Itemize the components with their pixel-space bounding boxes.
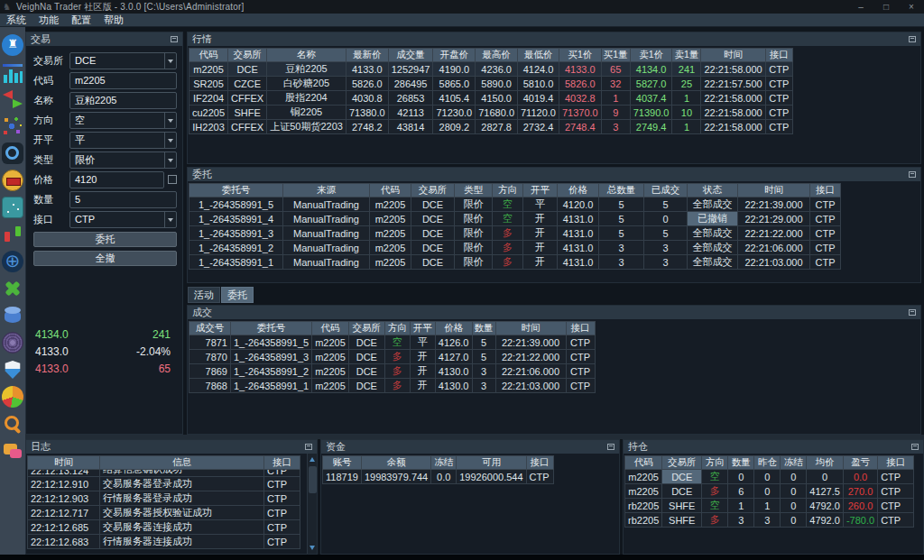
column-header[interactable]: 时间 bbox=[495, 322, 566, 335]
cell[interactable]: 1_-264358991_1 bbox=[231, 379, 312, 393]
cell[interactable]: SHFE bbox=[662, 499, 702, 513]
column-header[interactable]: 最高价 bbox=[476, 49, 518, 62]
cell[interactable]: m2205 bbox=[370, 226, 411, 241]
cell[interactable]: 4032.8 bbox=[559, 91, 601, 106]
cell[interactable]: 2748.4 bbox=[559, 120, 601, 134]
cell[interactable]: 多 bbox=[493, 226, 523, 241]
cell[interactable]: CTP bbox=[264, 506, 300, 520]
scrollbar-handle[interactable] bbox=[309, 466, 317, 493]
cell[interactable]: SHFE bbox=[662, 513, 702, 528]
column-header[interactable]: 买1量 bbox=[601, 49, 630, 62]
cell[interactable]: 4131.0 bbox=[558, 226, 599, 241]
cell[interactable]: 多 bbox=[384, 364, 410, 379]
cell[interactable]: CTP bbox=[566, 379, 595, 393]
cell[interactable]: 22:21:57.500 bbox=[701, 77, 765, 91]
cell[interactable]: 4134.0 bbox=[630, 62, 672, 77]
cell[interactable]: 4126.0 bbox=[435, 335, 472, 350]
cell[interactable]: 2732.4 bbox=[518, 120, 559, 134]
funds-panel-titlebar[interactable]: 资金 bbox=[321, 440, 619, 454]
log-panel-titlebar[interactable]: 日志 bbox=[26, 440, 317, 454]
cell[interactable]: CTP bbox=[810, 212, 841, 226]
cell[interactable]: DCE bbox=[348, 364, 384, 379]
cell[interactable]: m2205 bbox=[370, 212, 411, 226]
cell[interactable]: 2749.4 bbox=[630, 120, 672, 134]
send-order-button[interactable]: 委托 bbox=[33, 232, 177, 247]
cell[interactable]: m2205 bbox=[370, 197, 411, 212]
column-header[interactable]: 委托号 bbox=[231, 322, 312, 335]
cell[interactable]: 71380.0 bbox=[346, 106, 388, 120]
cell[interactable]: 4120.0 bbox=[558, 197, 599, 212]
cell[interactable]: DCE bbox=[411, 197, 455, 212]
cell[interactable]: ManualTrading bbox=[283, 255, 370, 270]
column-header[interactable]: 接口 bbox=[765, 49, 792, 62]
column-header[interactable]: 价格 bbox=[435, 322, 472, 335]
cell[interactable]: 4131.0 bbox=[558, 212, 599, 226]
cell[interactable]: 4127.0 bbox=[435, 350, 472, 364]
cell[interactable]: SHFE bbox=[228, 106, 267, 120]
cell[interactable]: 限价 bbox=[455, 212, 493, 226]
cell[interactable]: 4133.0 bbox=[346, 62, 388, 77]
gateway-select[interactable]: CTP bbox=[69, 211, 177, 228]
cell[interactable]: 7871 bbox=[189, 335, 231, 350]
ring-icon[interactable] bbox=[2, 142, 23, 164]
cell[interactable]: DCE bbox=[411, 241, 455, 255]
cell[interactable]: -780.0 bbox=[843, 513, 877, 528]
cell[interactable]: 5 bbox=[472, 335, 495, 350]
cell[interactable]: DCE bbox=[411, 226, 455, 241]
cell[interactable]: 0 bbox=[807, 470, 844, 484]
cell[interactable]: 32 bbox=[601, 77, 630, 91]
float-panel-button[interactable] bbox=[911, 444, 919, 450]
cell[interactable]: 0 bbox=[781, 484, 807, 499]
cell[interactable]: 4019.4 bbox=[518, 91, 559, 106]
cell[interactable]: 7868 bbox=[189, 379, 231, 393]
cell[interactable]: 3 bbox=[644, 255, 688, 270]
cell[interactable]: 4133.0 bbox=[559, 62, 601, 77]
globe-icon[interactable] bbox=[2, 251, 23, 272]
cell[interactable]: CTP bbox=[566, 364, 595, 379]
cell[interactable]: 1_-264358991_5 bbox=[189, 197, 283, 212]
maximize-button[interactable]: □ bbox=[873, 0, 899, 14]
cell[interactable]: 22:12:12.717 bbox=[28, 506, 100, 520]
cell[interactable]: CTP bbox=[765, 62, 792, 77]
cell[interactable]: 1_-264358991_5 bbox=[231, 335, 312, 350]
price-checkbox[interactable] bbox=[168, 175, 177, 184]
cell[interactable]: 行情服务器连接成功 bbox=[100, 535, 264, 549]
cell[interactable]: 1 bbox=[754, 499, 781, 513]
database-icon[interactable] bbox=[2, 305, 23, 326]
cell[interactable]: CTP bbox=[810, 226, 841, 241]
table-row[interactable]: 22:12:12.683行情服务器连接成功CTP bbox=[28, 535, 300, 549]
cell[interactable]: 4127.5 bbox=[807, 484, 844, 499]
cell[interactable]: DCE bbox=[411, 212, 455, 226]
column-header[interactable]: 状态 bbox=[688, 184, 738, 197]
cell[interactable]: 3 bbox=[472, 379, 495, 393]
float-panel-button[interactable] bbox=[909, 171, 916, 178]
cell[interactable]: 全部成交 bbox=[688, 241, 738, 255]
column-header[interactable]: 时间 bbox=[738, 184, 810, 197]
cell[interactable]: 多 bbox=[493, 255, 523, 270]
cell[interactable]: cu2205 bbox=[189, 106, 228, 120]
column-header[interactable]: 来源 bbox=[283, 184, 370, 197]
cancel-all-button[interactable]: 全撤 bbox=[33, 251, 177, 266]
float-panel-button[interactable] bbox=[909, 36, 916, 42]
cell[interactable]: 1 bbox=[601, 91, 630, 106]
float-panel-button[interactable] bbox=[305, 444, 312, 450]
cell[interactable]: 1252947 bbox=[388, 62, 433, 77]
cell[interactable]: 1_-264358991_4 bbox=[189, 212, 283, 226]
bar-chart-icon[interactable] bbox=[2, 61, 23, 83]
cell[interactable]: 43814 bbox=[388, 120, 433, 134]
cell[interactable]: 平 bbox=[410, 335, 435, 350]
cell[interactable]: rb2205 bbox=[625, 513, 662, 528]
cell[interactable]: CTP bbox=[264, 491, 300, 506]
cell[interactable]: 22:21:06.000 bbox=[495, 364, 566, 379]
table-row[interactable]: 11871919983979.7440.019926000.544CTP bbox=[323, 470, 554, 484]
volume-input[interactable]: 5 bbox=[69, 191, 177, 208]
cell[interactable]: 22:12:13.124 bbox=[28, 470, 100, 477]
column-header[interactable]: 接口 bbox=[526, 456, 553, 470]
cell[interactable]: 5 bbox=[472, 350, 495, 364]
cell[interactable]: m2205 bbox=[625, 484, 662, 499]
cell[interactable]: 1_-264358991_2 bbox=[231, 364, 312, 379]
cell[interactable]: CFFEX bbox=[228, 91, 267, 106]
cell[interactable]: 286495 bbox=[388, 77, 433, 91]
cell[interactable]: 118719 bbox=[323, 470, 362, 484]
cell[interactable]: 多 bbox=[702, 484, 728, 499]
